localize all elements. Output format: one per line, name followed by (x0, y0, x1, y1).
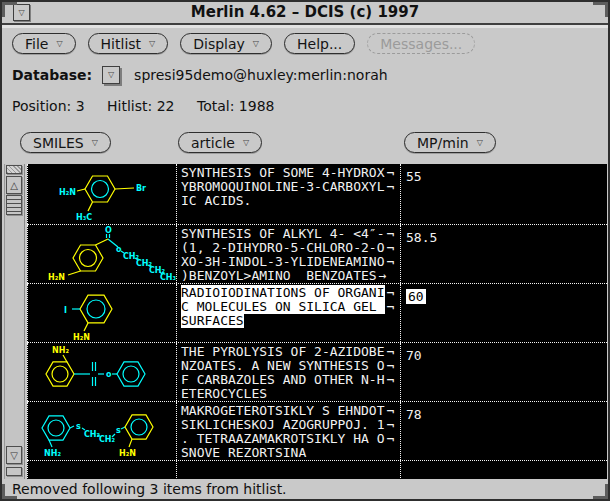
database-row: Database: ▽ spresi95demo@huxley:merlin:n… (12, 62, 388, 88)
window-title: Merlin 4.62 – DCIS (c) 1997 (2, 2, 608, 23)
table-row-selected[interactable]: I H₂N RADIOIODINATIONS OF ORGANI¬ C MOLE… (27, 284, 607, 343)
table-row[interactable]: NH₂ s CH₂ CH₂ s H₂N (27, 402, 607, 461)
mp-column-button[interactable]: MP/min ▽ (404, 132, 496, 153)
vertical-scrollbar[interactable]: △ ▽ (4, 164, 25, 479)
scrollbar-drag-gripper[interactable] (6, 195, 22, 215)
help-button[interactable]: Help... (284, 33, 355, 54)
article-cell: THE PYROLYSIS OF 2-AZIDOBE¬ NZOATES. A N… (176, 343, 400, 401)
svg-text:o: o (116, 245, 122, 254)
mp-value: 55 (406, 169, 422, 184)
article-column-label: article (191, 135, 235, 151)
scrollbar-up-arrow-icon[interactable]: △ (6, 176, 22, 194)
article-column-button[interactable]: article ▽ (178, 132, 262, 153)
structure-cell: H₂N O o CH₂ CH₂ CH₂ CH₃ (27, 225, 176, 283)
stats-row: Position: 3 Hitlist: 22 Total: 1988 (12, 94, 292, 118)
status-message: Removed following 3 items from hitlist. (12, 481, 287, 497)
file-menu-label: File (25, 36, 48, 52)
scrollbar-down-arrow-icon[interactable]: ▽ (6, 446, 22, 464)
mp-cell: 58.5 (400, 225, 607, 283)
svg-text:H₂N: H₂N (48, 273, 65, 282)
resize-corner-top-right[interactable] (593, 2, 608, 17)
display-menu-button[interactable]: Display ▽ (180, 33, 272, 54)
results-area: △ ▽ H₂N Br H₃C (3, 164, 609, 479)
menu-bar: File ▽ Hitlist ▽ Display ▽ Help... Messa… (12, 28, 475, 63)
mp-cell: 78 (400, 402, 607, 460)
mp-value: 58.5 (406, 230, 437, 245)
structure-drawing: I H₂N (28, 284, 176, 342)
chevron-down-icon: ▽ (108, 71, 114, 79)
svg-text:Br: Br (136, 184, 146, 193)
smiles-column-button[interactable]: SMILES ▽ (20, 132, 111, 153)
chevron-down-icon: ▽ (253, 40, 259, 48)
chevron-down-icon: ▽ (477, 139, 483, 147)
structure-cell: H₂N Br H₃C (27, 164, 176, 224)
chevron-down-icon: ▽ (243, 139, 249, 147)
mp-cell: 60 (400, 284, 607, 342)
column-header-row: SMILES ▽ article ▽ MP/min ▽ (2, 132, 608, 158)
chevron-down-icon: ▽ (56, 40, 62, 48)
article-cell: SYNTHESIS OF ALKYL 4- <4″-¬ (1, 2-DIHYDR… (176, 225, 400, 283)
table-filler (27, 461, 607, 478)
smiles-column-label: SMILES (33, 135, 84, 151)
scrollbar-top-anchor[interactable] (6, 165, 22, 174)
mp-value: 70 (406, 348, 422, 363)
resize-corner-bottom-left[interactable] (2, 484, 17, 499)
chevron-down-icon: ▽ (149, 40, 155, 48)
chevron-down-icon: ▽ (92, 139, 98, 147)
hitlist-count: Hitlist: 22 (107, 98, 174, 114)
app-window: ▽ Merlin 4.62 – DCIS (c) 1997 File ▽ Hit… (0, 0, 610, 501)
table-row[interactable]: NH₂ o (27, 343, 607, 402)
mp-value: 78 (406, 407, 422, 422)
resize-corner-bottom-right[interactable] (593, 484, 608, 499)
table-row[interactable]: H₂N O o CH₂ CH₂ CH₂ CH₃ (27, 225, 607, 284)
file-menu-button[interactable]: File ▽ (12, 33, 76, 54)
structure-drawing: NH₂ o (28, 343, 176, 401)
structure-cell: NH₂ o (27, 343, 176, 401)
resize-corner-top-left[interactable] (2, 2, 17, 17)
table-row[interactable]: H₂N Br H₃C SYNTHESIS OF SOME 4-HYDROX¬ Y… (27, 164, 607, 225)
structure-drawing: NH₂ s CH₂ CH₂ s H₂N (28, 402, 176, 460)
article-cell: RADIOIODINATIONS OF ORGANI¬ C MOLECULES … (176, 284, 400, 342)
mp-cell: 55 (400, 164, 607, 224)
svg-text:NH₂: NH₂ (44, 449, 61, 458)
svg-text:s: s (76, 422, 81, 431)
hitlist-menu-button[interactable]: Hitlist ▽ (88, 33, 169, 54)
svg-text:H₂N: H₂N (59, 188, 76, 197)
article-cell: MAKROGETEROTSIKLY S EHNDOT¬ SIKLICHESKOJ… (176, 402, 400, 460)
help-label: Help... (297, 36, 342, 52)
svg-text:NH₂: NH₂ (52, 346, 69, 355)
svg-text:s: s (116, 426, 121, 435)
svg-text:O: O (105, 226, 112, 235)
status-bar: Removed following 3 items from hitlist. (2, 479, 608, 501)
database-label: Database: (12, 62, 92, 88)
title-bar: ▽ Merlin 4.62 – DCIS (c) 1997 (2, 2, 608, 25)
svg-text:H₂N: H₂N (73, 333, 90, 342)
display-menu-label: Display (193, 36, 245, 52)
structure-cell: I H₂N (27, 284, 176, 342)
svg-text:H₃C: H₃C (76, 213, 92, 222)
hitlist-table: H₂N Br H₃C SYNTHESIS OF SOME 4-HYDROX¬ Y… (27, 164, 607, 479)
chevron-down-icon: ▽ (18, 9, 24, 17)
structure-cell: NH₂ s CH₂ CH₂ s H₂N (27, 402, 176, 460)
database-value: spresi95demo@huxley:merlin:norah (134, 62, 387, 88)
svg-text:H₂N: H₂N (119, 449, 136, 458)
messages-button: Messages... (367, 33, 475, 54)
total-count: Total: 1988 (197, 98, 275, 114)
database-menu-button[interactable]: ▽ (102, 66, 120, 84)
svg-text:o: o (106, 370, 112, 379)
svg-text:I: I (64, 306, 67, 315)
scrollbar-bottom-anchor[interactable] (6, 467, 22, 476)
mp-value: 60 (406, 289, 426, 304)
mp-cell: 70 (400, 343, 607, 401)
article-cell: SYNTHESIS OF SOME 4-HYDROX¬ YBROMOQUINOL… (176, 164, 400, 224)
mp-column-label: MP/min (417, 135, 469, 151)
svg-text:CH₃: CH₃ (160, 273, 176, 282)
hitlist-menu-label: Hitlist (101, 36, 141, 52)
position-count: Position: 3 (12, 98, 85, 114)
structure-drawing: H₂N O o CH₂ CH₂ CH₂ CH₃ (28, 225, 176, 283)
structure-drawing: H₂N Br H₃C (28, 164, 176, 224)
messages-label: Messages... (380, 36, 462, 52)
